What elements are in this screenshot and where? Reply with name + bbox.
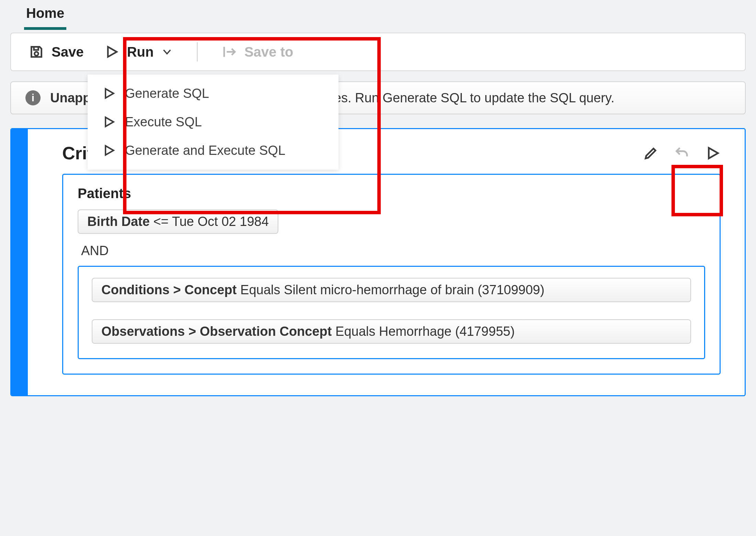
menu-label: Generate and Execute SQL [125, 143, 285, 158]
root-entity-label: Patients [78, 186, 705, 201]
menu-label: Generate SQL [125, 86, 209, 101]
save-to-button: Save to [222, 44, 293, 60]
menu-execute-sql[interactable]: Execute SQL [88, 108, 338, 136]
undo-button [674, 145, 690, 161]
svg-point-0 [35, 52, 38, 56]
save-button[interactable]: Save [29, 44, 84, 60]
menu-generate-sql[interactable]: Generate SQL [88, 79, 338, 108]
save-to-label: Save to [244, 44, 293, 60]
logic-or [92, 306, 691, 319]
nav-bar: Home [0, 0, 756, 30]
run-button[interactable]: Run [104, 44, 173, 60]
save-icon [29, 44, 44, 59]
card-accent [11, 129, 28, 395]
menu-label: Execute SQL [125, 115, 202, 129]
play-icon [102, 87, 116, 100]
filter-observations-concept[interactable]: Observations > Observation Concept Equal… [92, 319, 691, 344]
info-icon: i [25, 90, 41, 105]
run-dropdown: Generate SQL Execute SQL Generate and Ex… [88, 75, 338, 170]
chevron-down-icon [161, 44, 173, 59]
edit-button[interactable] [643, 145, 659, 161]
toolbar: Save Run Generate SQL Execute SQL [10, 33, 746, 71]
separator [197, 42, 198, 61]
card-actions [643, 145, 721, 161]
play-icon [102, 115, 116, 129]
export-icon [222, 44, 237, 59]
criteria-outer-group: Patients Birth Date <= Tue Oct 02 1984 A… [62, 174, 721, 375]
filter-conditions-concept[interactable]: Conditions > Concept Equals Silent micro… [92, 278, 691, 302]
tab-home[interactable]: Home [24, 5, 66, 30]
criteria-inner-group: Conditions > Concept Equals Silent micro… [78, 266, 705, 359]
save-label: Save [52, 44, 84, 60]
logic-and: AND [78, 237, 705, 266]
run-criteria-button[interactable] [705, 145, 721, 161]
run-label: Run [127, 44, 154, 60]
play-icon [102, 144, 116, 157]
play-icon [104, 44, 119, 59]
menu-generate-execute-sql[interactable]: Generate and Execute SQL [88, 136, 338, 165]
filter-birth-date[interactable]: Birth Date <= Tue Oct 02 1984 [78, 209, 278, 234]
